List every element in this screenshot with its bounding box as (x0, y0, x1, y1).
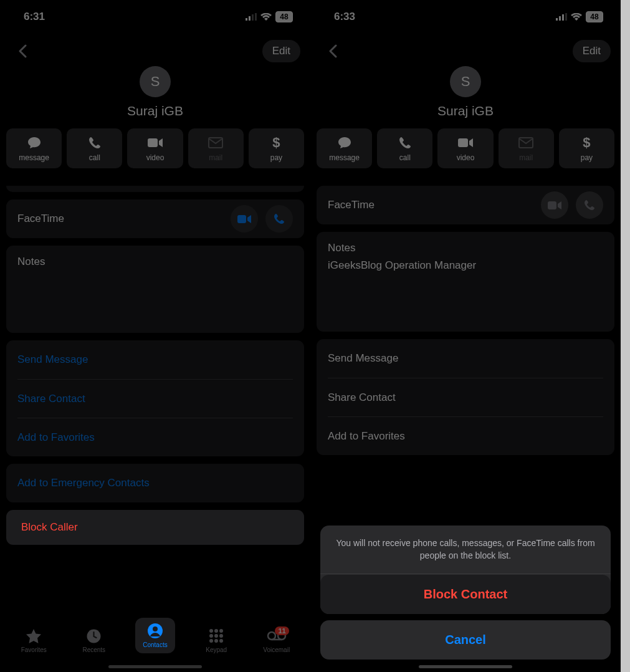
notes-panel[interactable]: Notes (6, 246, 304, 333)
tab-recents-label: Recents (82, 646, 105, 653)
svg-point-17 (214, 639, 218, 643)
cancel-button[interactable]: Cancel (320, 620, 611, 660)
message-button[interactable]: message (6, 128, 62, 168)
phone-icon (88, 136, 102, 150)
status-indicators: 48 (556, 11, 603, 22)
mail-button[interactable]: mail (499, 128, 554, 168)
mail-icon (518, 136, 533, 150)
tab-recents[interactable]: Recents (75, 628, 113, 653)
svg-rect-3 (255, 13, 257, 21)
call-button[interactable]: call (377, 128, 432, 168)
block-caller-row[interactable]: Block Caller (6, 510, 304, 545)
panel-stub (6, 186, 304, 192)
notes-panel[interactable]: Notes iGeeksBlog Operation Manager (317, 232, 614, 332)
status-bar: 6:33 48 (310, 0, 621, 34)
back-button[interactable] (10, 39, 35, 64)
facetime-audio-button[interactable] (265, 205, 293, 233)
svg-point-15 (219, 634, 223, 638)
battery-indicator: 48 (586, 11, 603, 22)
svg-rect-24 (562, 14, 564, 21)
keypad-icon (209, 628, 224, 644)
facetime-video-button[interactable] (231, 205, 258, 233)
notes-text: iGeeksBlog Operation Manager (328, 259, 603, 272)
add-emergency-row[interactable]: Add to Emergency Contacts (17, 464, 293, 502)
svg-point-13 (209, 634, 213, 638)
edit-button[interactable]: Edit (262, 40, 300, 62)
contact-name: Suraj iGB (10, 103, 300, 118)
mail-label: mail (519, 153, 533, 162)
pay-label: pay (270, 153, 282, 162)
tab-contacts[interactable]: Contacts (135, 618, 174, 653)
status-indicators: 48 (246, 11, 293, 22)
contact-avatar[interactable]: S (140, 66, 171, 97)
svg-rect-0 (246, 18, 247, 21)
share-contact-row[interactable]: Share Contact (17, 379, 293, 418)
svg-rect-6 (237, 215, 246, 223)
cellular-icon (556, 13, 567, 21)
svg-point-12 (219, 629, 223, 633)
contact-header: Edit S Suraj iGB (0, 34, 310, 118)
svg-rect-1 (249, 16, 251, 21)
clock-icon (86, 628, 102, 644)
pay-button[interactable]: $ pay (249, 128, 304, 168)
action-sheet: You will not receive phone calls, messag… (320, 526, 611, 660)
video-label: video (457, 153, 475, 162)
video-button[interactable]: video (437, 128, 493, 168)
send-message-row[interactable]: Send Message (328, 339, 603, 378)
call-button[interactable]: call (67, 128, 122, 168)
facetime-label: FaceTime (328, 199, 541, 211)
contact-header: Edit S Suraj iGB (310, 34, 621, 118)
dollar-icon: $ (583, 136, 590, 150)
add-favorites-row[interactable]: Add to Favorites (17, 418, 293, 456)
facetime-panel: FaceTime (317, 186, 614, 224)
tab-contacts-label: Contacts (143, 641, 167, 648)
tab-bar: Favorites Recents Contacts Keypad 11 Voi… (0, 614, 310, 667)
phone-icon (398, 136, 412, 150)
tab-keypad-label: Keypad (206, 646, 227, 653)
svg-point-18 (219, 639, 223, 643)
contact-avatar[interactable]: S (450, 66, 481, 97)
tab-keypad[interactable]: Keypad (198, 628, 235, 653)
message-label: message (329, 153, 360, 162)
message-label: message (19, 153, 49, 162)
home-indicator[interactable] (419, 665, 512, 668)
phone-right: 6:33 48 Edit S Suraj iGB message call (310, 0, 621, 672)
block-contact-button[interactable]: Block Contact (320, 575, 611, 614)
svg-point-10 (209, 629, 213, 633)
svg-rect-26 (458, 138, 468, 147)
tab-voicemail-label: Voicemail (263, 646, 290, 653)
svg-rect-22 (556, 18, 558, 21)
message-button[interactable]: message (317, 128, 372, 168)
voicemail-badge: 11 (275, 626, 289, 635)
phone-left: 6:31 48 Edit S Suraj iGB message call (0, 0, 310, 672)
video-button[interactable]: video (127, 128, 183, 168)
home-indicator[interactable] (108, 665, 202, 668)
send-message-row[interactable]: Send Message (17, 340, 293, 379)
tab-favorites-label: Favorites (21, 646, 47, 653)
video-icon (147, 136, 163, 150)
tab-voicemail[interactable]: 11 Voicemail (258, 628, 295, 653)
svg-rect-2 (252, 14, 254, 21)
dollar-icon: $ (272, 136, 280, 150)
mail-icon (208, 136, 223, 150)
facetime-video-button[interactable] (541, 191, 568, 219)
battery-indicator: 48 (275, 11, 293, 22)
svg-rect-23 (559, 16, 561, 21)
star-icon (26, 628, 42, 644)
links-panel: Send Message Share Contact Add to Favori… (6, 340, 304, 456)
pay-button[interactable]: $ pay (559, 128, 614, 168)
svg-point-9 (153, 626, 158, 631)
svg-point-19 (268, 632, 275, 640)
action-sheet-group: You will not receive phone calls, messag… (320, 526, 611, 614)
add-favorites-row[interactable]: Add to Favorites (328, 416, 603, 455)
facetime-audio-button[interactable] (576, 191, 603, 219)
back-button[interactable] (320, 39, 345, 64)
notes-label: Notes (328, 242, 603, 254)
contact-name: Suraj iGB (320, 103, 611, 118)
share-contact-row[interactable]: Share Contact (328, 378, 603, 416)
svg-rect-25 (565, 13, 567, 21)
edit-button[interactable]: Edit (573, 40, 611, 62)
tab-favorites[interactable]: Favorites (15, 628, 52, 653)
mail-button[interactable]: mail (188, 128, 244, 168)
status-time: 6:33 (334, 11, 355, 23)
